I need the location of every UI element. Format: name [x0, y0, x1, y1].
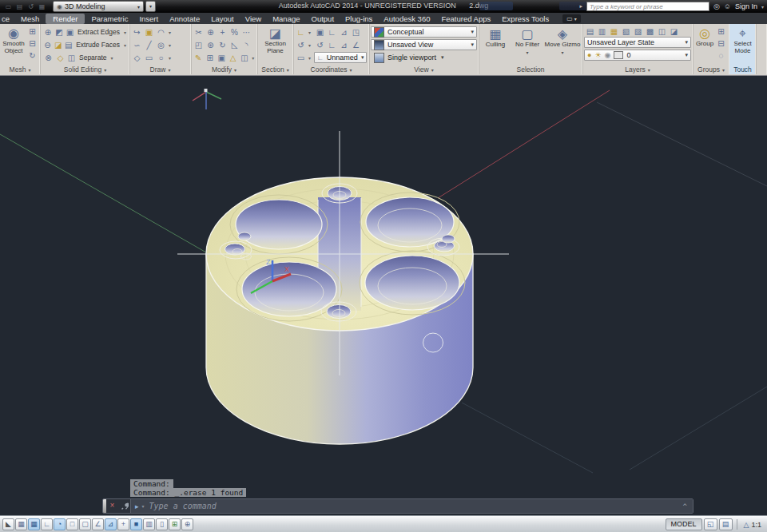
- mesh-refine-icon[interactable]: ⊞: [26, 26, 38, 38]
- solid-shell-icon[interactable]: ◇: [54, 52, 66, 64]
- panel-label-solid-editing[interactable]: Solid Editing: [64, 66, 101, 73]
- smooth-object-button[interactable]: ◉ Smooth Object: [2, 26, 26, 64]
- qat-new-icon[interactable]: ▭: [4, 2, 13, 11]
- layer-prev-icon[interactable]: ▦: [608, 26, 620, 38]
- arc-icon[interactable]: ◠: [155, 26, 167, 38]
- layer-properties-icon[interactable]: ▤: [584, 26, 596, 38]
- tab-manage[interactable]: Manage: [267, 14, 305, 24]
- toggle-3d-object-snap[interactable]: ▢: [79, 518, 91, 530]
- extrude-faces-button[interactable]: ▤ Extrude Faces ▾: [63, 38, 128, 51]
- tab-layout[interactable]: Layout: [205, 14, 240, 24]
- panel-label-selection[interactable]: Selection: [517, 66, 545, 73]
- polygon-icon[interactable]: ◇: [131, 52, 143, 64]
- quick-view-drawings-icon[interactable]: ▤: [719, 518, 733, 530]
- qat-undo-icon[interactable]: ↺: [26, 2, 35, 11]
- toggle-grid-display[interactable]: ▦: [28, 518, 40, 530]
- separate-button[interactable]: ◫ Separate ▾: [66, 51, 115, 64]
- tab-parametric[interactable]: Parametric: [85, 14, 133, 24]
- rectangle-icon[interactable]: ▭: [143, 52, 155, 64]
- ucs-view-icon[interactable]: ◳: [350, 26, 362, 38]
- qat-dropdown-button[interactable]: ▾: [145, 1, 156, 12]
- tab-render[interactable]: Render: [46, 14, 85, 24]
- tab-autodesk360[interactable]: Autodesk 360: [378, 14, 435, 24]
- toggle-dynamic-ucs[interactable]: ⊿: [105, 518, 117, 530]
- close-icon[interactable]: ×: [106, 499, 118, 513]
- ellipse-icon[interactable]: ○: [155, 52, 167, 64]
- ribbon-minimize-button[interactable]: ▭ ▾: [562, 14, 581, 23]
- toggle-infer-constraints[interactable]: ◣: [2, 518, 14, 530]
- solid-fillet-edge-icon[interactable]: ◩: [54, 26, 65, 38]
- layer-combo[interactable]: ● ☀ ◉ 0 ▾: [584, 50, 691, 61]
- select-mode-button[interactable]: ⌖ Select Mode: [731, 26, 754, 64]
- move-origin-icon[interactable]: ⊕: [205, 26, 217, 38]
- mesh-convert-icon[interactable]: ↻: [26, 50, 38, 62]
- solid-intersect-icon[interactable]: ⊗: [42, 52, 54, 64]
- sign-in-button[interactable]: Sign In: [735, 2, 757, 10]
- chevron-down-icon[interactable]: ▾: [307, 55, 312, 61]
- array-icon[interactable]: ◫: [239, 52, 250, 64]
- solid-union-icon[interactable]: ⊕: [42, 26, 54, 38]
- 3d-align-icon[interactable]: ⊞: [204, 52, 215, 64]
- chevron-down-icon[interactable]: ▾: [250, 55, 256, 61]
- layer-freeze-icon[interactable]: ▨: [632, 26, 644, 38]
- trim-icon[interactable]: ✂: [193, 26, 205, 38]
- search-icon[interactable]: ◎: [713, 2, 720, 10]
- layer-off-icon[interactable]: ▩: [644, 26, 656, 38]
- group-edit-icon[interactable]: ⊞: [715, 26, 727, 38]
- ucs-object-icon[interactable]: ∠: [350, 39, 362, 51]
- ucs-previous-icon[interactable]: ↺: [295, 39, 307, 51]
- panel-label-section[interactable]: Section: [261, 66, 284, 73]
- wrench-icon[interactable]: [118, 499, 130, 513]
- layer-state-combo[interactable]: Unsaved Layer State ▾: [584, 37, 691, 48]
- qat-open-icon[interactable]: ▤: [15, 2, 24, 11]
- ucs-combo[interactable]: ∟ Unnamed ▾: [314, 52, 367, 63]
- model-space-button[interactable]: MODEL: [666, 518, 702, 530]
- spline-icon[interactable]: ∽: [131, 39, 143, 51]
- command-input[interactable]: [148, 501, 680, 511]
- scale-icon[interactable]: ◺: [229, 39, 240, 51]
- insert-block-icon[interactable]: ▣: [143, 26, 155, 38]
- toggle-ortho-mode[interactable]: ∟: [41, 518, 53, 530]
- drawing-viewport[interactable]: Z X Command: Command: _.erase 1 found × …: [0, 75, 767, 515]
- break-icon[interactable]: ⋯: [240, 26, 252, 38]
- line-icon[interactable]: ╱: [143, 39, 155, 51]
- toggle-annotation-monitor[interactable]: ⊕: [181, 518, 193, 530]
- group-selection-icon[interactable]: ◌: [715, 50, 727, 62]
- offset-icon[interactable]: ▣: [216, 52, 227, 64]
- panel-expander-icon[interactable]: ▾: [28, 67, 30, 73]
- ucs-y-icon[interactable]: ⊿: [338, 39, 350, 51]
- toggle-object-snap[interactable]: □: [66, 518, 78, 530]
- toggle-snap-mode[interactable]: ▦: [15, 518, 27, 530]
- culling-button[interactable]: ▦ Culling: [480, 26, 511, 64]
- ucs-named-icon[interactable]: ▣: [314, 26, 326, 38]
- extract-edges-button[interactable]: ▣ Extract Edges ▾: [65, 26, 128, 38]
- tab-output[interactable]: Output: [306, 14, 340, 24]
- toggle-object-snap-tracking[interactable]: ∠: [92, 518, 104, 530]
- qat-plot-icon[interactable]: ▦: [38, 2, 46, 11]
- ungroup-icon[interactable]: ⊟: [715, 38, 727, 50]
- ucs-world-icon[interactable]: ∟: [326, 26, 338, 38]
- no-filter-button[interactable]: ▢ No Filter ▾: [511, 26, 544, 64]
- chevron-down-icon[interactable]: ▾: [307, 42, 312, 48]
- infocenter-collapse-icon[interactable]: ▸: [579, 3, 582, 10]
- tab-annotate[interactable]: Annotate: [164, 14, 205, 24]
- erase-icon[interactable]: ✎: [193, 52, 204, 64]
- chevron-down-icon[interactable]: ▾: [167, 30, 173, 35]
- ucs-x-icon[interactable]: ∟: [326, 39, 338, 51]
- viewport-canvas[interactable]: Z X: [0, 75, 767, 515]
- panel-label-coordinates[interactable]: Coordinates: [311, 66, 348, 73]
- panel-label-modify[interactable]: Modify: [212, 66, 232, 73]
- quick-view-layouts-icon[interactable]: ◱: [704, 518, 717, 530]
- chevron-down-icon[interactable]: ▾: [142, 503, 145, 509]
- tab-mesh[interactable]: Mesh: [15, 14, 45, 24]
- visual-style-combo[interactable]: Conceptual ▾: [371, 26, 477, 38]
- copy-icon[interactable]: %: [229, 26, 240, 38]
- ucs-icon[interactable]: ∟: [295, 26, 307, 38]
- ucs-origin-icon[interactable]: ↺: [314, 39, 326, 51]
- solid-subtract-icon[interactable]: ⊖: [42, 39, 53, 51]
- workspace-switcher[interactable]: ◉ 3D Modeling ▾: [53, 1, 144, 12]
- polyline-icon[interactable]: ↪: [131, 26, 143, 38]
- panel-label-view[interactable]: View: [414, 66, 428, 73]
- tab-surface-partial[interactable]: ce: [0, 14, 15, 24]
- command-input-bar[interactable]: × ▸ ▾ ^: [102, 498, 693, 514]
